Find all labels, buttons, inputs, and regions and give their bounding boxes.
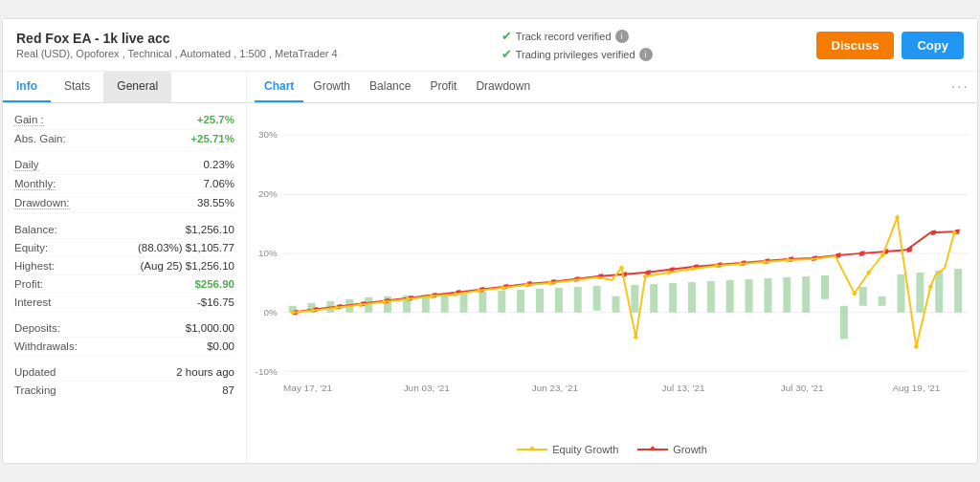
equity-value: (88.03%) $1,105.77 (138, 242, 234, 253)
deposits-value: $1,000.00 (186, 322, 234, 334)
balance-value: $1,256.10 (186, 224, 234, 235)
balance-row: Balance: $1,256.10 (14, 221, 234, 239)
svg-rect-32 (593, 286, 601, 311)
chart-tab-chart[interactable]: Chart (255, 72, 303, 102)
chart-legend: Equity Growth Growth (247, 438, 977, 463)
legend-growth-label: Growth (673, 444, 706, 455)
svg-rect-25 (460, 293, 468, 313)
legend-equity: Equity Growth (517, 444, 618, 455)
tracking-label: Tracking (14, 384, 56, 396)
withdrawals-row: Withdrawals: $0.00 (14, 338, 234, 356)
svg-rect-44 (821, 275, 829, 299)
equity-label: Equity: (14, 242, 48, 253)
track-record-verified: ✔ Track record verified i (501, 29, 653, 43)
chart-more-button[interactable]: ··· (951, 78, 969, 96)
daily-value: 0.23% (203, 159, 234, 171)
profit-row: Profit: $256.90 (14, 275, 234, 294)
tracking-row: Tracking 87 (14, 382, 234, 399)
svg-rect-107 (927, 284, 933, 290)
account-title: Red Fox EA - 1k live acc (16, 31, 338, 46)
drawdown-label[interactable]: Drawdown: (14, 197, 70, 209)
svg-rect-51 (954, 269, 962, 313)
monthly-row: Monthly: 7.06% (14, 175, 234, 194)
interest-value: -$16.75 (197, 296, 234, 308)
gain-value: +25.7% (197, 114, 234, 126)
gain-label[interactable]: Gain : (14, 114, 44, 126)
svg-rect-50 (935, 271, 943, 313)
daily-row: Daily 0.23% (14, 156, 234, 175)
svg-rect-28 (517, 290, 524, 313)
body: Info Stats General Gain : +25.7% Abs. Ga… (3, 72, 977, 463)
svg-rect-35 (650, 284, 657, 313)
updated-value: 2 hours ago (176, 366, 234, 378)
equity-row: Equity: (88.03%) $1,105.77 (14, 239, 234, 257)
svg-rect-46 (859, 287, 867, 306)
withdrawals-value: $0.00 (207, 340, 234, 352)
svg-rect-29 (536, 289, 544, 313)
chart-tab-balance[interactable]: Balance (360, 72, 420, 102)
svg-rect-34 (631, 285, 638, 313)
svg-text:30%: 30% (258, 129, 278, 140)
abs-gain-row: Abs. Gain: +25.71% (14, 130, 234, 148)
check-icon: ✔ (501, 29, 512, 43)
header-verified: ✔ Track record verified i ✔ Trading priv… (501, 29, 653, 61)
tab-stats[interactable]: Stats (51, 72, 103, 102)
svg-rect-45 (840, 306, 848, 340)
abs-gain-value: +25.71% (190, 133, 234, 144)
trading-privileges-label: Trading privileges verified (516, 49, 635, 60)
account-subtitle: Real (USD), Opoforex , Technical , Autom… (16, 48, 338, 59)
monthly-label[interactable]: Monthly: (14, 178, 56, 190)
interest-row: Interest -$16.75 (14, 294, 234, 312)
chart-tab-drawdown[interactable]: Drawdown (466, 72, 540, 102)
svg-text:Aug 19, '21: Aug 19, '21 (892, 383, 940, 393)
tab-info[interactable]: Info (3, 72, 51, 102)
chart-tab-profit[interactable]: Profit (420, 72, 466, 102)
highest-value: (Aug 25) $1,256.10 (141, 260, 234, 272)
info-content: Gain : +25.7% Abs. Gain: +25.71% Daily 0… (3, 103, 246, 406)
svg-text:Jul 30, '21: Jul 30, '21 (781, 383, 824, 393)
tracking-value: 87 (222, 384, 234, 396)
left-panel: Info Stats General Gain : +25.7% Abs. Ga… (3, 72, 247, 463)
svg-rect-47 (879, 296, 886, 306)
trading-privileges-info-icon[interactable]: i (639, 48, 653, 61)
svg-rect-30 (555, 288, 563, 313)
header-actions: Discuss Copy (816, 32, 964, 59)
discuss-button[interactable]: Discuss (816, 32, 895, 59)
svg-text:0%: 0% (263, 307, 278, 318)
tab-general[interactable]: General (103, 72, 171, 102)
svg-rect-40 (746, 279, 753, 313)
track-record-info-icon[interactable]: i (615, 30, 629, 43)
right-panel: Chart Growth Balance Profit Drawdown ···… (247, 72, 977, 463)
highest-row: Highest: (Aug 25) $1,256.10 (14, 257, 234, 275)
svg-rect-105 (895, 215, 901, 221)
svg-text:10%: 10% (258, 248, 278, 258)
header: Red Fox EA - 1k live acc Real (USD), Opo… (3, 19, 977, 72)
copy-button[interactable]: Copy (902, 32, 964, 59)
chart-tab-growth[interactable]: Growth (303, 72, 360, 102)
svg-text:20%: 20% (258, 188, 278, 199)
check-icon2: ✔ (501, 47, 512, 61)
legend-growth: Growth (637, 444, 706, 455)
svg-text:-10%: -10% (256, 366, 278, 377)
svg-rect-37 (688, 282, 696, 313)
svg-rect-41 (764, 278, 771, 313)
interest-label: Interest (14, 296, 51, 308)
svg-rect-36 (669, 283, 677, 313)
svg-rect-94 (634, 335, 639, 340)
chart-tabs: Chart Growth Balance Profit Drawdown ··· (247, 72, 977, 103)
svg-rect-48 (898, 274, 905, 313)
chart-area: 30% 20% 10% 0% -10% May 17, '21 Jun 03, … (247, 103, 977, 438)
daily-label[interactable]: Daily (14, 159, 39, 171)
svg-rect-39 (726, 280, 734, 313)
svg-rect-106 (914, 344, 920, 350)
svg-rect-31 (574, 287, 582, 313)
highest-label: Highest: (14, 260, 55, 272)
profit-label: Profit: (14, 278, 43, 290)
left-tabs: Info Stats General (3, 72, 246, 103)
track-record-label: Track record verified (516, 31, 612, 42)
svg-rect-49 (916, 273, 924, 313)
svg-text:Jul 13, '21: Jul 13, '21 (662, 383, 705, 393)
svg-rect-38 (707, 281, 715, 313)
svg-rect-26 (479, 292, 486, 313)
svg-text:May 17, '21: May 17, '21 (283, 383, 332, 393)
